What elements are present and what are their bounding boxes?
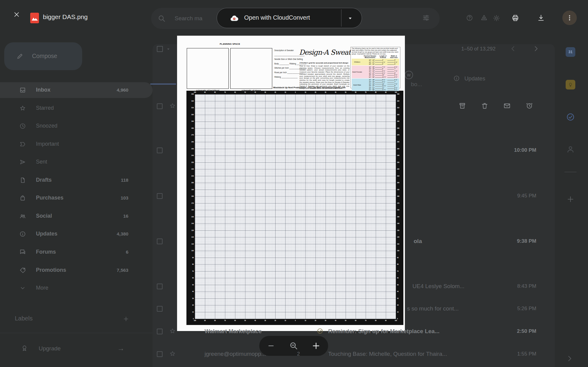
pagination-label: 1–50 of 13,292 bbox=[438, 46, 496, 52]
grid-y-tick-label: 220 bbox=[187, 168, 194, 170]
size-chart-row: 28" - 31"5"6" bbox=[363, 63, 399, 65]
row-checkbox[interactable] bbox=[157, 103, 163, 109]
grid-y-tick-label: 80 bbox=[397, 264, 403, 265]
row-checkbox[interactable] bbox=[157, 329, 163, 334]
sidebar-item-snoozed[interactable]: Snoozed bbox=[0, 118, 153, 134]
info-icon bbox=[453, 75, 460, 82]
keep-icon[interactable] bbox=[566, 80, 575, 89]
row-checkbox[interactable] bbox=[157, 306, 163, 312]
tab-updates[interactable]: Updates bbox=[464, 75, 485, 82]
size-chart-row: 36" - 39"8"7" bbox=[363, 68, 399, 70]
text-fragment: bo... bbox=[411, 81, 422, 88]
size-chart-group-name: Adult Female bbox=[352, 66, 363, 78]
grid-x-tick-label: 40 bbox=[254, 92, 256, 93]
star-icon[interactable] bbox=[169, 350, 176, 357]
row-sender: Walmart Marketplace bbox=[205, 328, 262, 335]
grid-x-tick-label: 90 bbox=[204, 92, 206, 93]
sidebar-item-label: Drafts bbox=[36, 177, 52, 183]
row-time: 8:43 PM bbox=[517, 283, 536, 289]
grid-y-tick-label: 150 bbox=[187, 216, 194, 218]
select-dropdown-caret-icon[interactable] bbox=[166, 46, 171, 52]
print-icon[interactable] bbox=[512, 14, 519, 22]
search-icon bbox=[158, 15, 166, 22]
cloudconvert-icon bbox=[230, 14, 239, 23]
grid-x-tick-label: 30 bbox=[325, 92, 326, 93]
email-row[interactable]: 9:45 PM bbox=[0, 185, 588, 207]
close-icon[interactable] bbox=[13, 11, 20, 18]
size-chart-row: 48" - 51"10"8 ½" bbox=[363, 74, 399, 76]
grid-y-tick-label: 270 bbox=[187, 134, 194, 136]
calendar-icon[interactable]: 31 bbox=[566, 47, 575, 57]
row-checkbox[interactable] bbox=[157, 193, 163, 199]
size-chart-intro: The following charts can be used to help… bbox=[352, 48, 399, 55]
email-row[interactable]: UE4 Leslye Solom...8:43 PM bbox=[0, 275, 588, 297]
grid-y-tick-label: 200 bbox=[187, 182, 194, 184]
older-page-chevron-icon[interactable] bbox=[532, 45, 540, 52]
sidebar-item-label: Snoozed bbox=[36, 123, 57, 129]
row-checkbox[interactable] bbox=[157, 351, 163, 357]
open-with-caret-icon[interactable] bbox=[347, 15, 354, 21]
size-chart-row: 32" - 35"7 ½"6 ½" bbox=[363, 66, 399, 68]
size-chart-group: Children20" - 23"4"5"24" - 27"4 ½"5 ½"28… bbox=[352, 58, 399, 65]
search-filter-tune-icon[interactable] bbox=[422, 14, 430, 21]
email-row[interactable]: s so much for cont...5:26 PM bbox=[0, 297, 588, 320]
size-chart-row: 20" - 23"4"5" bbox=[363, 59, 399, 61]
grid-y-tick-label: 270 bbox=[397, 134, 403, 136]
unread-count: 16 bbox=[123, 213, 128, 219]
size-chart-row: 36" - 39"9 ½"7" bbox=[363, 81, 399, 83]
grid-y-tick-label: 150 bbox=[397, 216, 403, 218]
rail-divider bbox=[564, 172, 577, 172]
star-icon[interactable] bbox=[169, 102, 176, 109]
download-icon[interactable] bbox=[537, 14, 545, 22]
settings-gear-icon[interactable] bbox=[493, 14, 500, 22]
compose-button[interactable]: Compose bbox=[4, 42, 82, 70]
email-row[interactable]: ola9:38 PM bbox=[0, 230, 588, 252]
open-with-cloudconvert-button[interactable]: Open with CloudConvert bbox=[217, 8, 362, 28]
help-icon[interactable] bbox=[466, 14, 473, 21]
size-chart-row: 40" - 43"8 ½"7 ½" bbox=[363, 70, 399, 72]
size-chart-group-name: Adult Male bbox=[352, 79, 363, 91]
row-checkbox[interactable] bbox=[157, 148, 163, 153]
archive-icon[interactable] bbox=[459, 102, 466, 109]
grid-x-tick-label: 80 bbox=[214, 92, 216, 93]
size-chart-header: Length ofArmhole bbox=[377, 55, 389, 59]
grid-y-tick-label: 290 bbox=[397, 121, 403, 122]
row-checkbox[interactable] bbox=[157, 239, 163, 244]
row-time: 10:00 PM bbox=[514, 147, 536, 153]
verified-check-icon bbox=[317, 328, 323, 334]
email-row[interactable]: 10:00 PM bbox=[0, 139, 588, 161]
grid-y-tick-label: 160 bbox=[397, 209, 403, 211]
trash-icon[interactable] bbox=[481, 102, 488, 109]
size-chart-row: 40" - 43"10"7 ½" bbox=[363, 83, 399, 85]
more-options-dots-icon[interactable] bbox=[566, 14, 573, 21]
size-chart-table: The following charts can be used to help… bbox=[351, 47, 400, 88]
sidebar-item-social[interactable]: Social16 bbox=[0, 208, 153, 224]
grid-y-tick-label: 90 bbox=[187, 257, 194, 258]
size-chart-row: 48" - 51"11"8 ½" bbox=[363, 87, 399, 89]
search-placeholder: Search ma bbox=[175, 15, 202, 22]
grid-x-tick-label: 70 bbox=[365, 92, 367, 93]
row-checkbox[interactable] bbox=[157, 284, 163, 289]
grid-y-tick-label: 210 bbox=[187, 175, 194, 177]
email-row[interactable] bbox=[0, 95, 588, 117]
unread-count: 118 bbox=[121, 177, 128, 183]
grid-y-tick-label: 220 bbox=[397, 168, 403, 170]
row-sender: jgreene@optimumopp... bbox=[205, 351, 266, 357]
grid-x-tick-label: 80 bbox=[375, 92, 376, 93]
grid-y-tick-label: 140 bbox=[187, 223, 194, 224]
clock2-icon[interactable] bbox=[526, 102, 533, 109]
email-row[interactable]: Walmart MarketplaceReminder: Sign up for… bbox=[0, 320, 588, 343]
size-chart-headers: Finished SweaterMeasurementsLength ofArm… bbox=[363, 55, 399, 59]
grid-y-tick-label: 210 bbox=[397, 175, 403, 177]
compose-label: Compose bbox=[32, 53, 57, 60]
add-to-drive-icon[interactable] bbox=[480, 14, 488, 21]
schematic-sleeve-box bbox=[230, 48, 272, 89]
select-all-checkbox[interactable] bbox=[157, 46, 163, 52]
thread-count: 2 bbox=[297, 351, 300, 357]
newer-page-chevron-icon[interactable] bbox=[509, 45, 517, 52]
mail-icon[interactable] bbox=[503, 102, 511, 109]
sidebar-item-label: Social bbox=[36, 213, 52, 219]
star-icon[interactable] bbox=[169, 328, 176, 334]
email-row[interactable]: jgreene@optimumopp...2Touching Base: Mic… bbox=[0, 343, 588, 365]
image-file-icon bbox=[30, 13, 39, 23]
